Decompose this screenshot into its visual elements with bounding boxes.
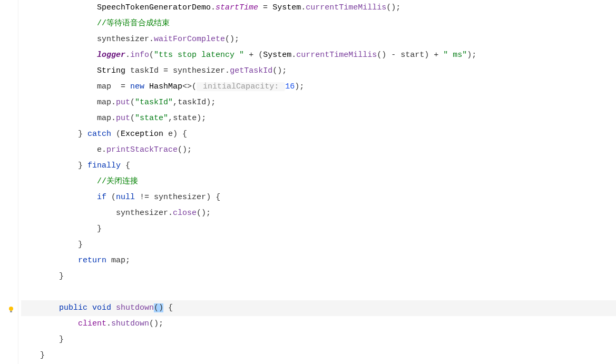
- token-punct: (: [130, 98, 135, 107]
- gutter-row: [0, 284, 18, 300]
- indent: [21, 335, 59, 344]
- token-punct: ();: [225, 35, 239, 44]
- svg-rect-1: [10, 311, 12, 312]
- token-keyword: new: [130, 82, 149, 91]
- indent: [21, 319, 78, 328]
- token-punct: (: [111, 130, 121, 139]
- token-comment: //等待语音合成结束: [97, 19, 170, 28]
- token-keyword: return: [78, 256, 106, 265]
- token-punct: =: [159, 66, 173, 75]
- token-field: client: [78, 319, 106, 328]
- code-line[interactable]: }: [21, 269, 616, 284]
- indent: [21, 35, 97, 44]
- code-line[interactable]: map.put("state",state);: [21, 111, 616, 126]
- token-string: "state": [135, 114, 168, 123]
- indent: [21, 19, 97, 28]
- token-punct: ();: [149, 319, 163, 328]
- indent: [21, 66, 97, 75]
- token-punct: }: [78, 240, 83, 249]
- indent: [21, 3, 97, 12]
- token-ident: map: [97, 98, 111, 107]
- code-line[interactable]: }: [21, 221, 616, 237]
- indent: [21, 256, 78, 265]
- token-ident: synthesizer: [116, 209, 168, 218]
- token-punct: }: [59, 272, 64, 281]
- indent: [21, 51, 97, 60]
- token-method: currentTimeMillis: [296, 51, 377, 60]
- indent: [21, 209, 116, 218]
- token-punct: (: [106, 193, 116, 202]
- code-line[interactable]: synthesizer.waitForComplete();: [21, 32, 616, 47]
- indent: [21, 145, 97, 154]
- code-line[interactable]: }: [21, 348, 616, 363]
- token-punct: {: [163, 303, 173, 312]
- token-punct: .: [301, 3, 306, 12]
- token-method: printStackTrace: [106, 145, 178, 154]
- code-line[interactable]: SpeechTokenGeneratorDemo.startTime = Sys…: [21, 0, 616, 16]
- token-ident: synthesizer: [97, 35, 149, 44]
- token-punct: + (: [244, 51, 263, 60]
- code-line[interactable]: synthesizer.close();: [21, 205, 616, 221]
- token-punct: (): [154, 303, 163, 312]
- token-method: shutdown: [116, 303, 154, 312]
- token-ident: taskId: [130, 66, 159, 75]
- code-line[interactable]: if (null != synthesizer) {: [21, 190, 616, 205]
- token-punct: .: [225, 66, 230, 75]
- gutter-row: [0, 95, 18, 111]
- token-method: shutdown: [111, 319, 149, 328]
- code-line[interactable]: } finally {: [21, 158, 616, 174]
- gutter[interactable]: [0, 0, 18, 364]
- code-area[interactable]: SpeechTokenGeneratorDemo.startTime = Sys…: [18, 0, 616, 364]
- code-line[interactable]: client.shutdown();: [21, 316, 616, 332]
- token-type: Exception: [121, 130, 168, 139]
- token-punct: map;: [106, 256, 130, 265]
- code-line[interactable]: [21, 284, 616, 300]
- indent: [21, 240, 78, 249]
- code-line[interactable]: //等待语音合成结束: [21, 16, 616, 32]
- code-line[interactable]: } catch (Exception e) {: [21, 126, 616, 142]
- token-punct: .: [168, 209, 173, 218]
- token-type: System: [263, 51, 291, 60]
- token-punct: .: [111, 98, 116, 107]
- indent: [21, 224, 97, 233]
- indent: [21, 351, 40, 360]
- code-line[interactable]: map.put("taskId",taskId);: [21, 95, 616, 111]
- code-line[interactable]: e.printStackTrace();: [21, 142, 616, 158]
- code-line[interactable]: public void shutdown() {: [21, 300, 616, 316]
- code-line[interactable]: String taskId = synthesizer.getTaskId();: [21, 63, 616, 79]
- token-keyword: public: [59, 303, 87, 312]
- token-punct: }: [78, 161, 87, 170]
- token-string: " ms": [443, 51, 467, 60]
- token-punct: );: [197, 114, 206, 123]
- token-punct: ();: [272, 66, 287, 75]
- code-line[interactable]: }: [21, 332, 616, 348]
- token-punct: [111, 303, 116, 312]
- code-line[interactable]: logger.info("tts stop latency " + (Syste…: [21, 47, 616, 63]
- token-string: "tts stop latency ": [154, 51, 244, 60]
- gutter-row: [0, 316, 18, 332]
- code-editor[interactable]: SpeechTokenGeneratorDemo.startTime = Sys…: [0, 0, 616, 364]
- token-comment: //关闭连接: [97, 177, 138, 186]
- token-method: info: [130, 51, 149, 60]
- indent: [21, 114, 97, 123]
- token-punct: ) +: [424, 51, 443, 60]
- token-punct: );: [295, 82, 304, 91]
- token-method: getTaskId: [230, 66, 272, 75]
- code-line[interactable]: //关闭连接: [21, 174, 616, 190]
- token-keyword: finally: [87, 161, 121, 170]
- code-line[interactable]: return map;: [21, 253, 616, 269]
- token-ident: map: [97, 82, 111, 91]
- token-punct: .: [211, 3, 216, 12]
- gutter-row: [0, 142, 18, 158]
- token-type: HashMap: [149, 82, 182, 91]
- svg-point-0: [9, 307, 13, 311]
- token-punct: .: [111, 114, 116, 123]
- code-line[interactable]: map = new HashMap<>( initialCapacity: 16…: [21, 79, 616, 95]
- indent: [21, 193, 97, 202]
- token-punct: }: [40, 351, 45, 360]
- token-punct: ,: [173, 98, 178, 107]
- indent: [21, 161, 78, 170]
- gutter-row: [0, 269, 18, 284]
- token-punct: =: [258, 3, 272, 12]
- code-line[interactable]: }: [21, 237, 616, 253]
